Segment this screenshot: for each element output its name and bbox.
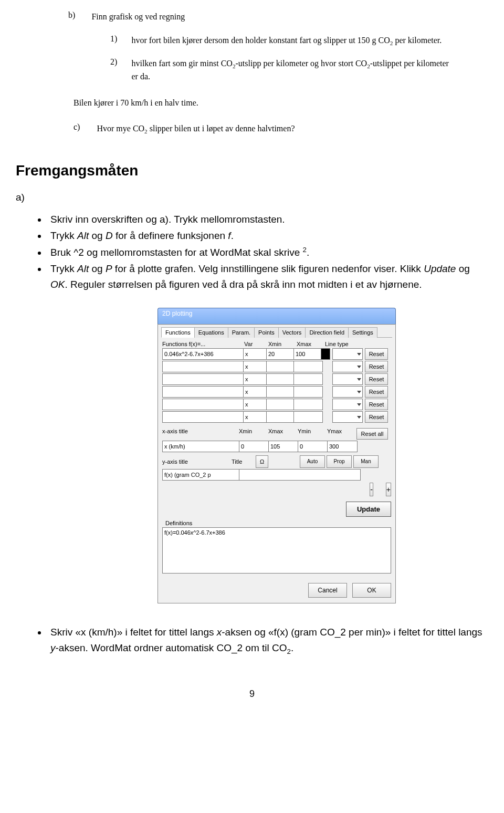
- tab-points[interactable]: Points: [254, 327, 279, 338]
- xmax-label: Xmax: [268, 428, 295, 440]
- col-linetype: Line type: [325, 341, 367, 347]
- xmax-input-2[interactable]: [293, 361, 323, 372]
- linetype-dd-2[interactable]: [332, 361, 363, 372]
- fx-input-5[interactable]: [162, 399, 245, 410]
- xmax-input[interactable]: [268, 441, 299, 452]
- ymax-label: Ymax: [327, 428, 353, 440]
- definitions-label: Definitions: [165, 520, 392, 526]
- title-label: Title: [232, 458, 253, 465]
- func-row-3: Reset: [162, 373, 391, 385]
- var-input-4[interactable]: [243, 386, 268, 398]
- column-headers: Functions f(x)=... Var Xmin Xmax Line ty…: [162, 341, 391, 347]
- xmax-input-4[interactable]: [293, 386, 323, 398]
- page-number: 9: [16, 689, 488, 700]
- label-c: c): [74, 122, 94, 132]
- xmin-input-4[interactable]: [266, 386, 296, 398]
- plus-button[interactable]: +: [386, 483, 391, 496]
- xmax-input-3[interactable]: [293, 373, 323, 385]
- linetype-dd-4[interactable]: [332, 386, 363, 398]
- fx-input-3[interactable]: [162, 373, 245, 385]
- exercise-c: c) Hvor mye CO2 slipper bilen ut i løpet…: [74, 122, 488, 136]
- label-b: b): [68, 11, 89, 20]
- var-input-1[interactable]: [243, 348, 268, 360]
- reset-button-5[interactable]: Reset: [365, 399, 388, 410]
- xmin-input-5[interactable]: [266, 399, 296, 410]
- xmin-input-3[interactable]: [266, 373, 296, 385]
- title-input[interactable]: [239, 469, 361, 481]
- fx-input-6[interactable]: [162, 411, 245, 423]
- xmax-input-5[interactable]: [293, 399, 323, 410]
- label-a: a): [16, 192, 488, 203]
- linetype-dd-5[interactable]: [332, 399, 363, 410]
- xmin-input-1[interactable]: [266, 348, 296, 360]
- func-row-5: Reset: [162, 399, 391, 410]
- yaxis-title-label: y-axis title: [162, 458, 228, 465]
- num-2: 2): [110, 57, 129, 67]
- num-1: 1): [110, 34, 129, 44]
- sub-list: 1) hvor fort bilen kjører dersom den hol…: [110, 34, 488, 82]
- bullet-1: Skriv inn overskriften og a). Trykk mell…: [47, 212, 488, 227]
- plot-dialog: 2D plotting Functions Equations Param. P…: [158, 308, 396, 603]
- exercise-b: b) Finn grafisk og ved regning: [68, 11, 488, 23]
- bullet-4: Trykk Alt og P for å plotte grafen. Velg…: [47, 261, 488, 292]
- xmax-input-1[interactable]: [293, 348, 323, 360]
- var-input-5[interactable]: [243, 399, 268, 410]
- xaxis-title-label: x-axis title: [162, 428, 236, 440]
- definitions-area[interactable]: f(x)=0.046x^2-6.7x+386: [162, 527, 391, 574]
- tab-direction-field[interactable]: Direction field: [305, 327, 349, 338]
- ymax-input[interactable]: [327, 441, 358, 452]
- xmin-input-6[interactable]: [266, 411, 296, 423]
- cancel-button[interactable]: Cancel: [308, 583, 347, 598]
- linetype-dd-6[interactable]: [332, 411, 363, 423]
- prop-button[interactable]: Prop: [327, 455, 352, 468]
- var-input-6[interactable]: [243, 411, 268, 423]
- ymin-label: Ymin: [298, 428, 324, 440]
- col-func: Functions f(x)=...: [162, 341, 241, 347]
- color-swatch-1[interactable]: [321, 348, 330, 360]
- ymin-input[interactable]: [298, 441, 328, 452]
- fx-input-2[interactable]: [162, 361, 245, 372]
- tab-settings[interactable]: Settings: [348, 327, 377, 338]
- func-row-4: Reset: [162, 386, 391, 398]
- chevron-down-icon: [357, 416, 361, 419]
- reset-button-6[interactable]: Reset: [365, 411, 388, 423]
- xaxis-title-input[interactable]: [162, 441, 240, 452]
- func-row-6: Reset: [162, 411, 391, 423]
- instruction-list: Skriv inn overskriften og a). Trykk mell…: [47, 212, 488, 293]
- func-row-1: Reset: [162, 348, 391, 360]
- reset-button-1[interactable]: Reset: [365, 348, 388, 360]
- xmin-input[interactable]: [239, 441, 269, 452]
- reset-button-2[interactable]: Reset: [365, 361, 388, 372]
- var-input-2[interactable]: [243, 361, 268, 372]
- reset-button-4[interactable]: Reset: [365, 386, 388, 398]
- xmax-input-6[interactable]: [293, 411, 323, 423]
- var-input-3[interactable]: [243, 373, 268, 385]
- fx-input-4[interactable]: [162, 386, 245, 398]
- func-row-2: Reset: [162, 361, 391, 372]
- linetype-dd-3[interactable]: [332, 373, 363, 385]
- tab-vectors[interactable]: Vectors: [278, 327, 306, 338]
- auto-button[interactable]: Auto: [300, 455, 325, 468]
- reset-button-3[interactable]: Reset: [365, 373, 388, 385]
- xmin-input-2[interactable]: [266, 361, 296, 372]
- omega-button[interactable]: Ω: [256, 455, 268, 468]
- yaxis-title-input[interactable]: [162, 469, 240, 481]
- text-b: Finn grafisk og ved regning: [91, 11, 459, 23]
- ok-button[interactable]: OK: [352, 583, 391, 598]
- axis-row: [162, 441, 391, 452]
- resetall-button[interactable]: Reset all: [356, 428, 388, 440]
- man-button[interactable]: Man: [353, 455, 379, 468]
- minus-button[interactable]: -: [370, 483, 373, 496]
- dialog-tabs: Functions Equations Param. Points Vector…: [161, 327, 392, 338]
- fx-input-1[interactable]: [162, 348, 245, 360]
- bullet-2: Trykk Alt og D for å definere funksjonen…: [47, 228, 488, 243]
- linetype-dd-1[interactable]: [332, 348, 363, 360]
- tab-equations[interactable]: Equations: [194, 327, 228, 338]
- update-button[interactable]: Update: [346, 502, 391, 517]
- chevron-down-icon: [357, 378, 361, 381]
- tab-param[interactable]: Param.: [228, 327, 255, 338]
- chevron-down-icon: [357, 353, 361, 356]
- bottom-instruction: Skriv «x (km/h)» i feltet for tittel lan…: [47, 624, 488, 657]
- tab-functions[interactable]: Functions: [161, 327, 195, 338]
- col-xmax: Xmax: [297, 341, 322, 347]
